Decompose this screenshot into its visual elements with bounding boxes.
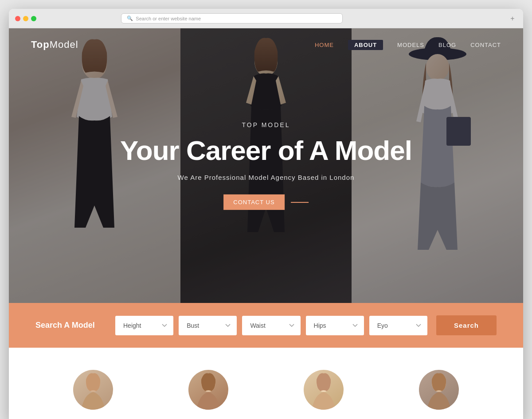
nav-item-models[interactable]: MODELS (397, 41, 424, 49)
hero-section: TopModel HOME ABOUT MODELS BLOG (9, 28, 523, 303)
nav-link-contact[interactable]: CONTACT (470, 42, 501, 48)
search-section-label: Search A Model (35, 321, 106, 330)
nav-links: HOME ABOUT MODELS BLOG CONTACT (315, 41, 501, 49)
model-avatar-4[interactable] (419, 370, 459, 410)
nav-link-about[interactable]: ABOUT (348, 40, 383, 50)
hero-content: Top Model Your Career of A Model We Are … (120, 121, 412, 210)
model-avatar-3[interactable] (304, 370, 344, 410)
site-logo[interactable]: TopModel (31, 39, 78, 50)
model-avatar-1[interactable] (73, 370, 113, 410)
nav-link-models[interactable]: MODELS (397, 42, 424, 48)
waist-filter[interactable]: Waist 24" 26" 28" 30" (242, 316, 300, 335)
eye-filter[interactable]: Eyo Blue Green Brown Hazel Grey (369, 316, 427, 335)
nav-link-blog[interactable]: BLOG (438, 42, 456, 48)
nav-link-home[interactable]: HOME (315, 42, 334, 48)
search-icon: 🔍 (127, 16, 133, 21)
hero-description: We Are Professional Model Agency Based i… (120, 174, 412, 181)
add-tab-button[interactable]: + (508, 14, 517, 23)
search-section: Search A Model Height 155-160 cm 160-165… (9, 303, 523, 348)
hero-subtitle: Top Model (120, 121, 412, 128)
logo-rest: Model (50, 39, 78, 50)
browser-window-controls (15, 16, 36, 21)
search-button[interactable]: Search (436, 315, 497, 335)
cta-label: Contact Us (223, 194, 284, 210)
website-content: TopModel HOME ABOUT MODELS BLOG (9, 28, 523, 419)
hero-cta-button[interactable]: Contact Us (223, 194, 308, 210)
minimize-button[interactable] (23, 16, 28, 21)
nav-item-blog[interactable]: BLOG (438, 41, 456, 49)
navbar: TopModel HOME ABOUT MODELS BLOG (9, 28, 523, 61)
browser-toolbar: 🔍 Search or enter website name + (9, 9, 523, 28)
height-filter[interactable]: Height 155-160 cm 160-165 cm 165-170 cm … (115, 316, 173, 335)
model-avatar-2[interactable] (188, 370, 228, 410)
nav-item-contact[interactable]: CONTACT (470, 41, 501, 49)
search-filters: Height 155-160 cm 160-165 cm 165-170 cm … (115, 316, 427, 335)
below-fold-section (9, 348, 523, 419)
hero-title: Your Career of A Model (120, 136, 412, 166)
address-bar[interactable]: 🔍 Search or enter website name (121, 13, 343, 23)
cta-decorative-line (291, 202, 309, 203)
nav-item-home[interactable]: HOME (315, 41, 334, 49)
bust-filter[interactable]: Bust 32" 34" 36" 38" (179, 316, 237, 335)
close-button[interactable] (15, 16, 20, 21)
maximize-button[interactable] (31, 16, 36, 21)
nav-item-about[interactable]: ABOUT (348, 41, 383, 49)
hips-filter[interactable]: Hips 34" 36" 38" 40" (306, 316, 364, 335)
address-bar-text: Search or enter website name (136, 16, 201, 21)
logo-bold: Top (31, 39, 50, 50)
browser-window: 🔍 Search or enter website name + (9, 9, 523, 419)
